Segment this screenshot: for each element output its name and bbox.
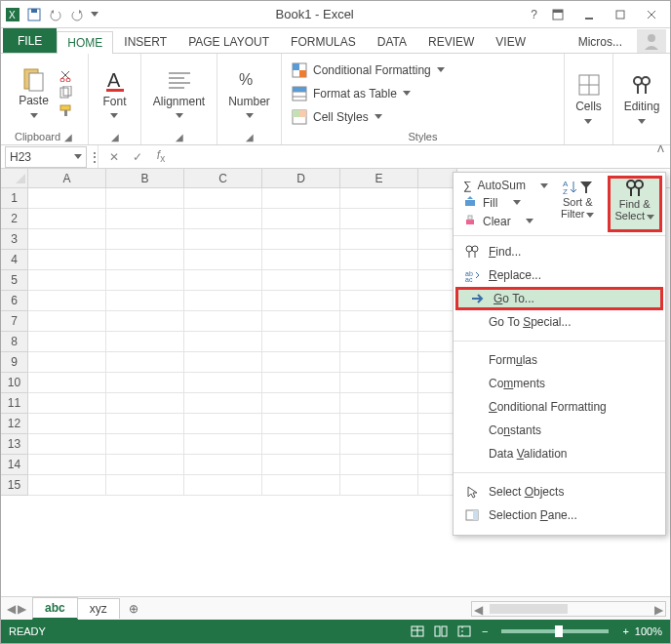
menu-conditional-formatting[interactable]: Conditional Formatting	[454, 395, 665, 419]
namebox-resize-handle[interactable]: ⋮	[91, 145, 99, 168]
cell[interactable]	[340, 455, 418, 475]
menu-comments[interactable]: Comments	[454, 372, 665, 395]
row-header[interactable]: 14	[1, 455, 28, 475]
column-header[interactable]: D	[262, 169, 340, 187]
paste-button[interactable]: Paste	[15, 63, 53, 122]
copy-icon[interactable]	[59, 86, 74, 101]
cell[interactable]	[418, 229, 457, 250]
cell[interactable]	[28, 188, 106, 209]
cell[interactable]	[28, 455, 106, 475]
cell[interactable]	[106, 475, 184, 496]
cell[interactable]	[106, 270, 184, 291]
cell[interactable]	[262, 270, 340, 291]
cell[interactable]	[106, 434, 184, 455]
column-header[interactable]: E	[340, 169, 418, 187]
user-avatar[interactable]	[637, 29, 666, 53]
cell[interactable]	[262, 434, 340, 455]
zoom-out-button[interactable]: −	[482, 625, 488, 637]
row-header[interactable]: 1	[1, 188, 28, 209]
cell[interactable]	[340, 332, 418, 352]
cell[interactable]	[184, 311, 262, 332]
cells-button[interactable]: Cells	[572, 69, 607, 128]
cell[interactable]	[340, 373, 418, 393]
enter-formula-icon[interactable]: ✓	[126, 150, 149, 164]
cell[interactable]	[262, 352, 340, 373]
cell[interactable]	[340, 229, 418, 250]
maximize-icon[interactable]	[606, 4, 635, 25]
cell[interactable]	[184, 434, 262, 455]
cell[interactable]	[340, 209, 418, 229]
find-select-button[interactable]: Find & Select	[609, 177, 662, 231]
cell[interactable]	[418, 352, 457, 373]
new-sheet-button[interactable]: ⊕	[119, 602, 148, 616]
row-header[interactable]: 11	[1, 393, 28, 414]
save-icon[interactable]	[26, 7, 42, 22]
cell[interactable]	[184, 332, 262, 352]
cell[interactable]	[262, 393, 340, 414]
cell-styles-button[interactable]: Cell Styles	[292, 106, 445, 127]
cell[interactable]	[106, 209, 184, 229]
column-header[interactable]: B	[106, 169, 184, 187]
cell[interactable]	[340, 311, 418, 332]
cell[interactable]	[418, 455, 457, 475]
cell[interactable]	[28, 229, 106, 250]
cell[interactable]	[106, 291, 184, 311]
row-header[interactable]: 7	[1, 311, 28, 332]
tab-formulas[interactable]: FORMULAS	[280, 30, 367, 53]
font-button[interactable]: A Font	[98, 64, 133, 123]
cell[interactable]	[106, 455, 184, 475]
cell[interactable]	[184, 352, 262, 373]
page-layout-view-icon[interactable]	[430, 623, 452, 640]
row-header[interactable]: 12	[1, 414, 28, 434]
cell[interactable]	[262, 291, 340, 311]
number-button[interactable]: % Number	[224, 64, 274, 123]
alignment-button[interactable]: Alignment	[149, 64, 209, 123]
tab-home[interactable]: HOME	[57, 31, 113, 54]
row-header[interactable]: 2	[1, 209, 28, 229]
cell[interactable]	[340, 270, 418, 291]
cell[interactable]	[418, 332, 457, 352]
cell[interactable]	[418, 393, 457, 414]
dialog-launcher-icon[interactable]: ◢	[62, 132, 74, 142]
cell[interactable]	[340, 250, 418, 270]
menu-find[interactable]: Find...	[454, 240, 665, 263]
row-header[interactable]: 10	[1, 373, 28, 393]
zoom-slider[interactable]	[501, 629, 609, 633]
close-icon[interactable]	[637, 4, 666, 25]
column-header[interactable]	[418, 169, 457, 187]
cut-icon[interactable]	[59, 68, 74, 84]
cell[interactable]	[262, 229, 340, 250]
cell[interactable]	[28, 209, 106, 229]
dialog-launcher-icon[interactable]: ◢	[244, 132, 256, 142]
cell[interactable]	[262, 250, 340, 270]
row-header[interactable]: 9	[1, 352, 28, 373]
cell[interactable]	[28, 393, 106, 414]
cell[interactable]	[28, 373, 106, 393]
cell[interactable]	[262, 455, 340, 475]
menu-selection-pane[interactable]: Selection Pane...	[454, 503, 665, 527]
qat-dropdown-icon[interactable]	[91, 12, 99, 17]
menu-replace[interactable]: abacReplace...	[454, 263, 665, 287]
cell[interactable]	[418, 373, 457, 393]
row-header[interactable]: 15	[1, 475, 28, 496]
cell[interactable]	[28, 332, 106, 352]
tab-account[interactable]: Micros...	[568, 30, 633, 53]
cell[interactable]	[106, 311, 184, 332]
cell[interactable]	[106, 414, 184, 434]
editing-button[interactable]: Editing	[620, 69, 664, 128]
sheet-nav-prev-icon[interactable]: ◀	[7, 602, 16, 616]
cell[interactable]	[184, 414, 262, 434]
page-break-view-icon[interactable]	[454, 623, 475, 640]
column-header[interactable]: C	[184, 169, 262, 187]
cell[interactable]	[418, 270, 457, 291]
cell[interactable]	[418, 414, 457, 434]
menu-go-to-special[interactable]: Go To Special...	[454, 310, 665, 334]
cell[interactable]	[184, 209, 262, 229]
cell[interactable]	[28, 475, 106, 496]
format-as-table-button[interactable]: Format as Table	[292, 83, 445, 103]
cell[interactable]	[418, 188, 457, 209]
menu-select-objects[interactable]: Select Objects	[454, 480, 665, 503]
cell[interactable]	[340, 475, 418, 496]
row-header[interactable]: 5	[1, 270, 28, 291]
format-painter-icon[interactable]	[59, 103, 74, 119]
